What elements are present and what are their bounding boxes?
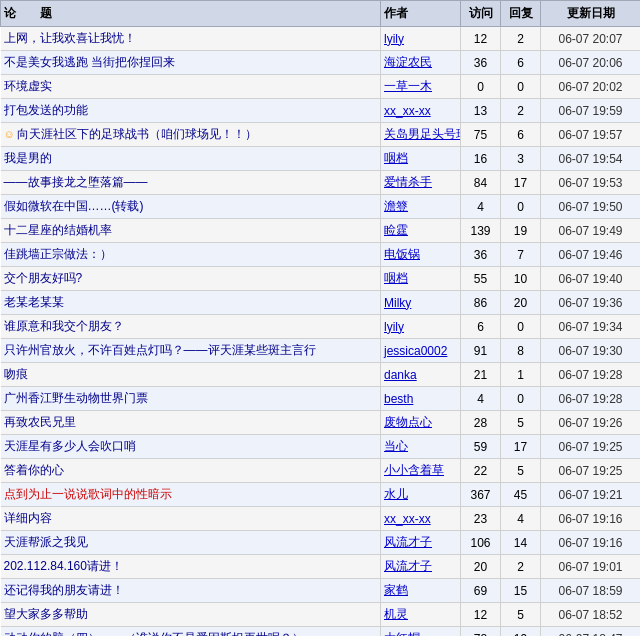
table-row: 打包发送的功能xx_xx-xx13206-07 19:59 [1, 99, 641, 123]
date-cell: 06-07 19:50 [541, 195, 641, 219]
visit-cell: 12 [461, 27, 501, 51]
table-row: 交个朋友好吗?咽档551006-07 19:40 [1, 267, 641, 291]
topic-link[interactable]: 交个朋友好吗? [4, 271, 83, 285]
author-cell[interactable]: 小小含着草 [381, 459, 461, 483]
table-row: 我是男的咽档16306-07 19:54 [1, 147, 641, 171]
topic-link[interactable]: 只许州官放火，不许百姓点灯吗？——评天涯某些斑主言行 [4, 343, 316, 357]
topic-cell: 点到为止一说说歌词中的性暗示 [1, 483, 381, 507]
table-row: 望大家多多帮助机灵12506-07 18:52 [1, 603, 641, 627]
author-cell[interactable]: 咽档 [381, 267, 461, 291]
reply-cell: 19 [501, 219, 541, 243]
date-cell: 06-07 19:16 [541, 531, 641, 555]
topic-link[interactable]: 202.112.84.160请进！ [4, 559, 123, 573]
topic-link[interactable]: 十二星座的结婚机率 [4, 223, 112, 237]
visit-cell: 59 [461, 435, 501, 459]
author-cell[interactable]: 机灵 [381, 603, 461, 627]
topic-link[interactable]: 天涯帮派之我见 [4, 535, 88, 549]
topic-cell: 详细内容 [1, 507, 381, 531]
topic-link[interactable]: 详细内容 [4, 511, 52, 525]
reply-cell: 19 [501, 627, 541, 637]
table-row: 谁原意和我交个朋友？lyily6006-07 19:34 [1, 315, 641, 339]
author-cell[interactable]: 风流才子 [381, 531, 461, 555]
table-row: 动动你的脑（四）……（谁说你不是爱因斯坦再世呢？）大红帽781906-07 18… [1, 627, 641, 637]
header-topic: 论 题 [1, 1, 381, 27]
date-cell: 06-07 19:59 [541, 99, 641, 123]
table-row: 十二星座的结婚机率睑霆1391906-07 19:49 [1, 219, 641, 243]
topic-link[interactable]: 谁原意和我交个朋友？ [4, 319, 124, 333]
header-reply: 回复 [501, 1, 541, 27]
date-cell: 06-07 19:26 [541, 411, 641, 435]
reply-cell: 2 [501, 555, 541, 579]
author-cell[interactable]: 关岛男足头号球星 [381, 123, 461, 147]
topic-cell: 假如微软在中国……(转载) [1, 195, 381, 219]
reply-cell: 10 [501, 267, 541, 291]
topic-link[interactable]: 打包发送的功能 [4, 103, 88, 117]
author-cell[interactable]: lyily [381, 27, 461, 51]
topic-link[interactable]: 还记得我的朋友请进！ [4, 583, 124, 597]
table-row: 再致农民兄里废物点心28506-07 19:26 [1, 411, 641, 435]
topic-link[interactable]: 广州香江野生动物世界门票 [4, 391, 148, 405]
topic-cell: 只许州官放火，不许百姓点灯吗？——评天涯某些斑主言行 [1, 339, 381, 363]
topic-cell: 不是美女我逃跑 当街把你捏回来 [1, 51, 381, 75]
table-row: 广州香江野生动物世界门票besth4006-07 19:28 [1, 387, 641, 411]
topic-link[interactable]: 佳跳墙正宗做法：） [4, 247, 112, 261]
reply-cell: 15 [501, 579, 541, 603]
topic-link[interactable]: 上网，让我欢喜让我忧！ [4, 31, 136, 45]
visit-cell: 106 [461, 531, 501, 555]
smile-icon: ☺ [4, 128, 15, 140]
author-cell[interactable]: 电饭锅 [381, 243, 461, 267]
topic-cell: 交个朋友好吗? [1, 267, 381, 291]
topic-link[interactable]: 吻痕 [4, 367, 28, 381]
author-cell[interactable]: Milky [381, 291, 461, 315]
topic-link[interactable]: 望大家多多帮助 [4, 607, 88, 621]
topic-link[interactable]: 假如微软在中国……(转载) [4, 199, 144, 213]
topic-cell: 上网，让我欢喜让我忧！ [1, 27, 381, 51]
author-cell[interactable]: lyily [381, 315, 461, 339]
topic-link[interactable]: 老某老某某 [4, 295, 64, 309]
topic-link[interactable]: ——故事接龙之堕落篇—— [4, 175, 148, 189]
topic-cell: 我是男的 [1, 147, 381, 171]
author-cell[interactable]: 当心 [381, 435, 461, 459]
visit-cell: 4 [461, 195, 501, 219]
visit-cell: 16 [461, 147, 501, 171]
topic-link[interactable]: 不是美女我逃跑 当街把你捏回来 [4, 55, 175, 69]
author-cell[interactable]: 废物点心 [381, 411, 461, 435]
author-cell[interactable]: 风流才子 [381, 555, 461, 579]
date-cell: 06-07 20:02 [541, 75, 641, 99]
visit-cell: 86 [461, 291, 501, 315]
visit-cell: 91 [461, 339, 501, 363]
author-cell[interactable]: danka [381, 363, 461, 387]
date-cell: 06-07 18:47 [541, 627, 641, 637]
author-cell[interactable]: xx_xx-xx [381, 507, 461, 531]
visit-cell: 0 [461, 75, 501, 99]
date-cell: 06-07 19:21 [541, 483, 641, 507]
topic-link[interactable]: 我是男的 [4, 151, 52, 165]
author-cell[interactable]: 海淀农民 [381, 51, 461, 75]
topic-link[interactable]: 再致农民兄里 [4, 415, 76, 429]
visit-cell: 12 [461, 603, 501, 627]
topic-link[interactable]: 动动你的脑（四）……（谁说你不是爱因斯坦再世呢？） [4, 631, 304, 636]
topic-cell: 十二星座的结婚机率 [1, 219, 381, 243]
author-cell[interactable]: 睑霆 [381, 219, 461, 243]
author-cell[interactable]: 家鹤 [381, 579, 461, 603]
topic-link[interactable]: 环境虚实 [4, 79, 52, 93]
author-cell[interactable]: xx_xx-xx [381, 99, 461, 123]
topic-link[interactable]: 答着你的心 [4, 463, 64, 477]
table-row: 假如微软在中国……(转载)澹簦4006-07 19:50 [1, 195, 641, 219]
author-cell[interactable]: jessica0002 [381, 339, 461, 363]
author-cell[interactable]: 大红帽 [381, 627, 461, 637]
topic-link[interactable]: 向天涯社区下的足球战书（咱们球场见！！） [17, 127, 257, 141]
table-row: 还记得我的朋友请进！家鹤691506-07 18:59 [1, 579, 641, 603]
table-row: 老某老某某Milky862006-07 19:36 [1, 291, 641, 315]
author-cell[interactable]: 水儿 [381, 483, 461, 507]
topic-cell: 天涯帮派之我见 [1, 531, 381, 555]
author-cell[interactable]: 爱情杀手 [381, 171, 461, 195]
table-row: 环境虚实一草一木0006-07 20:02 [1, 75, 641, 99]
topic-link[interactable]: 点到为止一说说歌词中的性暗示 [4, 487, 172, 501]
author-cell[interactable]: 澹簦 [381, 195, 461, 219]
author-cell[interactable]: besth [381, 387, 461, 411]
author-cell[interactable]: 咽档 [381, 147, 461, 171]
topic-link[interactable]: 天涯星有多少人会吹口哨 [4, 439, 136, 453]
date-cell: 06-07 19:30 [541, 339, 641, 363]
author-cell[interactable]: 一草一木 [381, 75, 461, 99]
